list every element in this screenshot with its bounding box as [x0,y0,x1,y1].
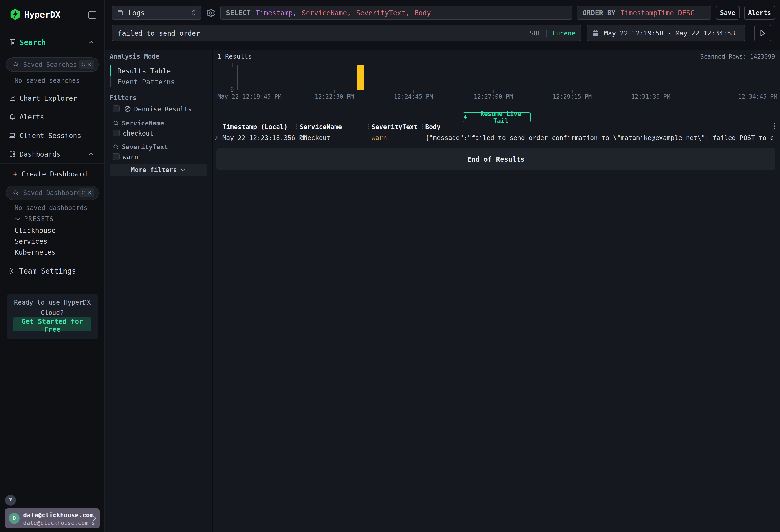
row-severity[interactable]: warn [372,134,387,142]
chevron-up-icon [88,41,94,44]
shortcut-badge: ⌘ K [79,60,94,69]
filter-option-checkout[interactable]: checkout [123,130,153,137]
run-query-button[interactable] [754,25,771,41]
x-axis-tick [651,91,651,93]
denoise-label[interactable]: Denoise Results [134,105,192,113]
avatar: D [9,513,19,524]
play-icon [760,30,766,37]
column-header-severitytext[interactable]: SeverityText [372,123,418,131]
promo-line2: Cloud? [7,309,98,317]
source-settings-gear-icon[interactable] [206,8,215,18]
x-axis-label: May 22 12:19:45 PM [217,93,282,100]
filter-checkbox-warn[interactable] [113,153,119,160]
select-field: Timestamp, [256,9,297,17]
database-icon [117,9,124,16]
collapse-sidebar-icon[interactable] [87,10,97,19]
column-separator[interactable]: ⋮ [419,123,425,130]
more-filters-button[interactable]: More filters [110,164,207,176]
histogram-bar[interactable] [357,64,364,90]
saved-dashboards-input[interactable]: Saved Dashboards ⌘ K [6,186,99,200]
saved-searches-placeholder: Saved Searches [23,61,79,68]
sidebar-item-chart-explorer[interactable]: Chart Explorer [0,92,104,105]
row-timestamp[interactable]: May 22 12:23:18.356 PM [223,134,307,142]
help-button[interactable]: ? [5,495,16,505]
user-account-card[interactable]: D dale@clickhouse.com dale@clickhouse.co… [5,509,100,528]
end-of-results-strip: End of Results [216,148,775,170]
sidebar: HyperDX Search Saved Searches ⌘ K No sav… [0,0,105,532]
x-axis-tick [334,91,335,93]
chevron-right-icon [92,515,96,522]
row-servicename[interactable]: checkout [300,134,330,142]
order-by-keyword: ORDER BY [583,9,616,17]
table-options-kebab-icon[interactable]: ⋮ [771,122,778,130]
tab-indicator [110,77,110,87]
x-axis-label: 12:31:30 PM [631,93,670,100]
scanned-rows: Scanned Rows: 1423099 [700,53,775,60]
filter-checkbox-checkout[interactable] [113,130,119,136]
time-range-picker[interactable]: May 22 12:19:58 - May 22 12:34:58 [587,25,745,41]
promo-line1: Ready to use HyperDX [7,299,98,306]
select-field: SeverityText, [356,9,409,17]
denoise-checkbox[interactable] [113,105,119,112]
select-keyword: SELECT [226,9,251,17]
sidebar-divider [0,163,104,164]
bell-icon [9,113,16,120]
filter-group-servicename: ServiceName [122,119,164,127]
sidebar-item-label: Dashboards [19,150,61,158]
row-expand-chevron-icon[interactable] [215,135,218,140]
language-toggle-lucene[interactable]: Lucene [552,30,575,37]
column-header-timestamp[interactable]: Timestamp (Local) [223,123,288,131]
hyperdx-logo-icon [9,8,21,20]
create-dashboard-button[interactable]: + Create Dashboard [13,170,87,178]
sidebar-item-client-sessions[interactable]: Client Sessions [0,129,104,142]
app-title: HyperDX [24,9,60,19]
sidebar-item-search[interactable]: Search [0,36,104,49]
tab-results-table[interactable]: Results Table [110,65,205,77]
search-query-input[interactable]: failed to send order SQL | Lucene [112,25,581,41]
x-axis-tick [774,91,774,93]
topbar: Logs SELECT Timestamp, ServiceName, Seve… [105,0,780,50]
sidebar-item-label: Team Settings [19,267,76,275]
select-query-input[interactable]: SELECT Timestamp, ServiceName, SeverityT… [220,6,572,19]
sidebar-item-dashboards[interactable]: Dashboards [0,148,104,160]
cloud-promo-card: Ready to use HyperDX Cloud? Get Started … [7,294,98,339]
results-area: 1 Results Scanned Rows: 1423099 1 0 May … [213,50,780,532]
laptop-icon [9,132,16,139]
calendar-icon [592,30,599,37]
x-axis-label: 12:22:30 PM [315,93,354,100]
order-by-input[interactable]: ORDER BY TimestampTime DESC [577,6,711,19]
save-button[interactable]: Save [716,6,739,19]
y-axis-line [237,64,238,91]
column-separator[interactable]: ⋮ [366,123,372,130]
column-header-body[interactable]: Body [425,123,440,131]
presets-toggle[interactable]: PRESETS [15,215,54,222]
column-header-servicename[interactable]: ServiceName [300,123,342,131]
dashboard-grid-icon [9,150,16,158]
select-field: Body [415,9,431,17]
preset-item-kubernetes[interactable]: Kubernetes [14,248,56,256]
get-started-button[interactable]: Get Started for Free [13,318,91,332]
sidebar-item-label: Chart Explorer [19,94,77,102]
preset-item-clickhouse[interactable]: Clickhouse [14,227,56,234]
search-query-value: failed to send order [118,29,200,37]
tab-event-patterns[interactable]: Event Patterns [110,77,205,87]
no-saved-dashboards-text: No saved dashboards [14,204,87,212]
chevron-down-icon [15,217,20,221]
filter-option-warn[interactable]: warn [123,153,138,161]
user-subtext: dale@clickhouse.com's [23,520,95,526]
column-separator[interactable]: ⋮ [293,123,299,130]
sidebar-item-team-settings[interactable]: Team Settings [0,264,104,277]
preset-item-services[interactable]: Services [14,237,48,245]
search-icon [13,190,19,196]
alerts-button[interactable]: Alerts [744,6,775,19]
line-chart-icon [9,95,16,102]
language-toggle-sql[interactable]: SQL [530,30,541,37]
row-body[interactable]: {"message":"failed to send order confirm… [425,134,773,142]
saved-searches-input[interactable]: Saved Searches ⌘ K [6,57,99,72]
resume-live-tail-button[interactable]: Resume Live Tail [462,112,531,122]
sidebar-item-alerts[interactable]: Alerts [0,110,104,123]
source-select[interactable]: Logs [112,6,201,19]
language-toggle-divider: | [545,30,549,37]
resume-live-tail-label: Resume Live Tail [471,110,530,125]
tab-indicator [110,65,110,77]
